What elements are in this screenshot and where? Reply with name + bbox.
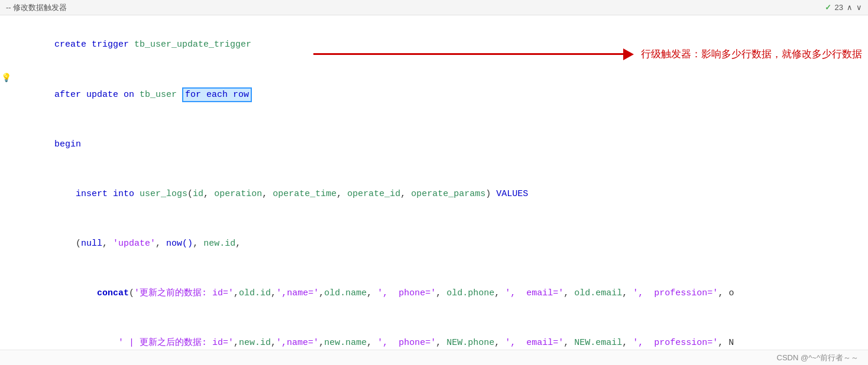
func-now: now()	[166, 239, 193, 249]
code-line-7: ' | 更新之后的数据: id=',new.id,',name=',new.na…	[0, 318, 868, 350]
punct-6g: ,	[494, 288, 505, 298]
code-content-3: begin	[12, 120, 862, 170]
up-arrow-icon[interactable]: ∧	[847, 3, 853, 12]
code-content-1: create trigger tb_user_update_trigger	[12, 20, 862, 70]
code-content-7: ' | 更新之后的数据: id=',new.id,',name=',new.na…	[12, 318, 862, 350]
punct-5a: (	[76, 239, 81, 249]
punct-5e: ,	[235, 239, 241, 249]
old-id: old.id	[239, 288, 271, 298]
func-concat-bold: concat	[97, 288, 129, 298]
gutter-2: 💡	[0, 70, 12, 86]
punct-4a: (	[187, 189, 193, 199]
str-email2: ', email='	[505, 338, 563, 348]
new-id2: new.id	[239, 338, 271, 348]
punct-5b: ,	[102, 239, 113, 249]
new-id: new.id	[203, 239, 235, 249]
footer-bar: CSDN @^~^前行者～～	[0, 350, 868, 365]
str-phone2: ', phone='	[377, 338, 436, 348]
str-name1: ',name='	[276, 288, 319, 298]
punct-7e: ,	[436, 338, 446, 348]
bulb-icon: 💡	[1, 70, 11, 86]
code-line-3: begin	[0, 120, 868, 170]
kw-for-each-row: for each row	[185, 90, 249, 100]
indent-4	[54, 189, 76, 199]
col-operate-params: operate_params	[411, 189, 485, 199]
code-line-4: insert into user_logs(id, operation, ope…	[0, 170, 868, 219]
col-operate-id: operate_id	[347, 189, 400, 199]
punct-4e: ,	[400, 189, 411, 199]
code-line-6: concat('更新之前的数据: id=',old.id,',name=',ol…	[0, 269, 868, 318]
old-name: old.name	[324, 288, 367, 298]
punct-7g: ,	[563, 338, 574, 348]
punct-7d: ,	[367, 338, 377, 348]
title-bar: -- 修改数据触发器 ✓ 23 ∧ ∨	[0, 0, 868, 15]
kw-after: after update on	[54, 90, 140, 100]
indent-6	[54, 288, 97, 298]
punct-4d: ,	[336, 189, 347, 199]
kw-values: VALUES	[496, 189, 528, 199]
col-operate-time: operate_time	[273, 189, 336, 199]
str-email1: ', email='	[505, 288, 563, 298]
punct-5d: ,	[193, 239, 203, 249]
str-after: ' | 更新之后的数据: id='	[118, 338, 234, 348]
code-content-5: (null, 'update', now(), new.id,	[12, 219, 862, 269]
table-user-logs: user_logs	[140, 189, 187, 199]
str-prof1: ', profession='	[633, 288, 718, 298]
code-content-2: after update on tb_user for each row	[12, 70, 862, 120]
new-email: NEW.email	[574, 338, 622, 348]
str-prof2: ', profession='	[633, 338, 718, 348]
punct-4b: ,	[203, 189, 214, 199]
punct-7a: ,	[234, 338, 239, 348]
kw-insert: insert into	[76, 189, 140, 199]
indent-7	[54, 338, 118, 348]
kw-begin: begin	[54, 139, 81, 149]
punct-6i: ,	[622, 288, 633, 298]
str-before: '更新之前的数据: id='	[134, 288, 234, 298]
str-name2: ',name='	[276, 338, 319, 348]
punct-7b: ,	[271, 338, 276, 348]
line-count: 23	[835, 3, 843, 12]
punct-7h: ,	[622, 338, 633, 348]
down-arrow-icon[interactable]: ∨	[856, 3, 862, 12]
title-controls: ✓ 23 ∧ ∨	[825, 3, 862, 12]
check-icon: ✓	[825, 3, 831, 12]
punct-6f: ,	[436, 288, 446, 298]
old-phone: old.phone	[446, 288, 494, 298]
punct-7c: ,	[319, 338, 324, 348]
code-line-5: (null, 'update', now(), new.id,	[0, 219, 868, 269]
new-phone: NEW.phone	[446, 338, 494, 348]
old-email: old.email	[574, 288, 622, 298]
punct-6j: , o	[718, 288, 734, 298]
title-text: -- 修改数据触发器	[6, 2, 67, 13]
footer-text: CSDN @^~^前行者～～	[777, 353, 859, 363]
trigger-name: tb_user_update_trigger	[134, 40, 251, 50]
punct-6h: ,	[563, 288, 574, 298]
punct-4c: ,	[262, 189, 273, 199]
code-area: 行级触发器：影响多少行数据，就修改多少行数据 create trigger tb…	[0, 15, 868, 350]
punct-6c: ,	[271, 288, 276, 298]
str-update: 'update'	[113, 239, 156, 249]
kw-create: create trigger	[54, 40, 134, 50]
punct-6a: (	[129, 288, 134, 298]
punct-7f: ,	[494, 338, 505, 348]
code-line-1: create trigger tb_user_update_trigger	[0, 20, 868, 70]
punct-6e: ,	[367, 288, 377, 298]
col-id: id	[193, 189, 203, 199]
punct-5c: ,	[156, 239, 166, 249]
col-operation: operation	[214, 189, 262, 199]
kw-null: null	[81, 239, 102, 249]
punct-7i: , N	[718, 338, 734, 348]
for-each-row-highlight: for each row	[182, 87, 252, 102]
punct-6b: ,	[234, 288, 239, 298]
editor-container: -- 修改数据触发器 ✓ 23 ∧ ∨ 行级触发器：影响多少行数据，就修改多少行…	[0, 0, 868, 365]
punct-6d: ,	[319, 288, 324, 298]
table-tb-user: tb_user	[140, 90, 182, 100]
code-line-2: 💡 after update on tb_user for each row	[0, 70, 868, 120]
str-phone1: ', phone='	[377, 288, 436, 298]
punct-4f: )	[485, 189, 496, 199]
code-content-6: concat('更新之前的数据: id=',old.id,',name=',ol…	[12, 269, 862, 318]
new-name: new.name	[324, 338, 367, 348]
indent-5	[54, 239, 76, 249]
code-content-4: insert into user_logs(id, operation, ope…	[12, 170, 862, 219]
